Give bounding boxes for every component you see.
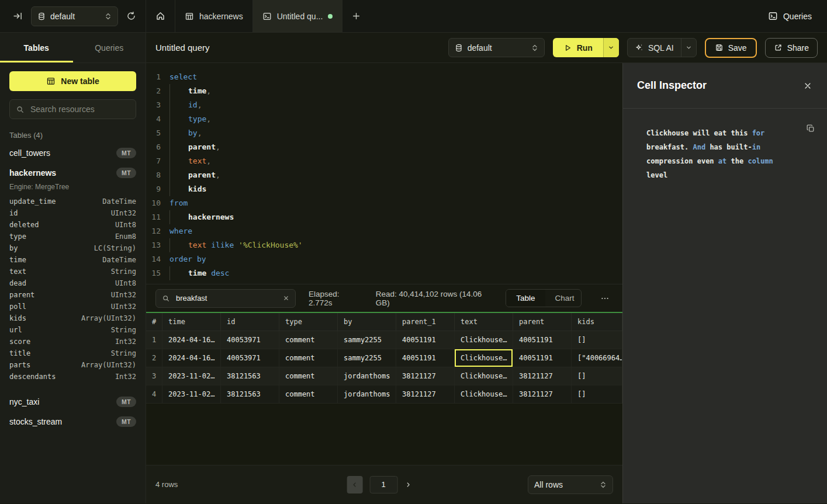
column-header[interactable]: parent xyxy=(513,313,572,331)
table-cell[interactable]: 2023-11-02… xyxy=(162,385,221,404)
queries-button[interactable]: Queries xyxy=(768,11,812,21)
column-header[interactable]: # xyxy=(146,313,162,331)
column-header[interactable]: text xyxy=(455,313,513,331)
view-tab-chart[interactable]: Chart xyxy=(545,290,582,307)
table-cell[interactable]: 38121127 xyxy=(513,367,572,385)
pagination xyxy=(347,476,411,493)
content-split: 1select2time,3id,4type,5by,6parent,7text… xyxy=(146,63,827,503)
table-cell[interactable]: [] xyxy=(572,331,622,349)
table-cell[interactable]: [] xyxy=(572,367,622,385)
results-search-input[interactable] xyxy=(175,293,278,303)
code-line: 9kids xyxy=(146,182,622,196)
table-cell[interactable]: 38121127 xyxy=(396,385,455,404)
page-size-selector[interactable]: All rows xyxy=(528,475,613,494)
table-cell[interactable]: Clickhouse… xyxy=(455,367,513,385)
sidebar-tab-queries[interactable]: Queries xyxy=(73,33,146,62)
table-cell[interactable]: comment xyxy=(279,349,338,367)
view-tab-table[interactable]: Table xyxy=(506,290,545,307)
table-cell[interactable]: 2024-04-16… xyxy=(162,349,221,367)
table-cell[interactable]: Clickhouse… xyxy=(455,331,513,349)
row-index[interactable]: 4 xyxy=(146,385,162,404)
table-cell[interactable]: 2024-04-16… xyxy=(162,331,221,349)
table-cell[interactable]: sammy2255 xyxy=(338,349,396,367)
line-number: 13 xyxy=(146,238,161,252)
column-type: UInt8 xyxy=(115,219,136,231)
table-cell[interactable]: 38121563 xyxy=(221,367,279,385)
sidebar-table-hackernews[interactable]: hackernews MT xyxy=(0,163,146,183)
table-cell[interactable]: 40051191 xyxy=(513,349,572,367)
table-cell[interactable]: 40053971 xyxy=(221,331,279,349)
column-header[interactable]: parent_1 xyxy=(396,313,455,331)
save-button-label: Save xyxy=(728,43,747,53)
table-cell[interactable]: 40053971 xyxy=(221,349,279,367)
sql-ai-button[interactable]: SQL AI xyxy=(628,43,681,53)
run-options-button[interactable] xyxy=(603,38,619,57)
more-options-button[interactable] xyxy=(597,294,613,303)
chevron-updown-icon xyxy=(600,481,607,489)
table-cell[interactable]: sammy2255 xyxy=(338,331,396,349)
save-button[interactable]: Save xyxy=(705,38,757,58)
database-icon xyxy=(37,12,46,20)
table-cell[interactable]: Clickhouse… xyxy=(455,385,513,404)
column-name: text xyxy=(9,266,26,277)
query-database-selector[interactable]: default xyxy=(448,38,545,57)
table-cell[interactable]: [] xyxy=(572,385,622,404)
clear-search-button[interactable] xyxy=(283,295,289,301)
sidebar-tab-tables[interactable]: Tables xyxy=(0,33,73,62)
column-header[interactable]: time xyxy=(162,313,221,331)
row-index[interactable]: 1 xyxy=(146,331,162,349)
table-cell[interactable]: 2023-11-02… xyxy=(162,367,221,385)
column-header[interactable]: by xyxy=(338,313,396,331)
tab-home[interactable] xyxy=(146,0,175,32)
page-number-input[interactable] xyxy=(369,476,397,493)
query-title: Untitled query xyxy=(155,43,210,53)
previous-page-button[interactable] xyxy=(347,476,362,493)
refresh-button[interactable] xyxy=(126,11,136,21)
next-page-button[interactable] xyxy=(404,481,411,488)
line-number: 15 xyxy=(146,266,161,280)
table-cell[interactable]: comment xyxy=(279,331,338,349)
tab-hackernews[interactable]: hackernews xyxy=(175,0,253,32)
table-cell[interactable]: comment xyxy=(279,367,338,385)
run-button[interactable]: Run xyxy=(553,38,603,57)
column-header[interactable]: kids xyxy=(572,313,622,331)
table-cell[interactable]: 40051191 xyxy=(396,331,455,349)
sidebar-table-cell-towers[interactable]: cell_towers MT xyxy=(0,143,146,163)
column-row: deadUInt8 xyxy=(9,277,136,289)
table-cell[interactable]: 38121563 xyxy=(221,385,279,404)
close-inspector-button[interactable] xyxy=(804,82,812,90)
row-index[interactable]: 2 xyxy=(146,349,162,367)
sql-editor[interactable]: 1select2time,3id,4type,5by,6parent,7text… xyxy=(146,63,622,284)
sidebar-table-stocks-stream[interactable]: stocks_stream MT xyxy=(0,412,146,432)
sidebar-collapse-button[interactable] xyxy=(13,11,23,21)
new-tab-button[interactable] xyxy=(342,0,369,32)
share-button[interactable]: Share xyxy=(765,38,818,58)
column-type: String xyxy=(111,266,136,277)
sidebar-table-nyc-taxi[interactable]: nyc_taxi MT xyxy=(0,392,146,412)
sql-ai-options-button[interactable] xyxy=(681,39,696,57)
row-index[interactable]: 3 xyxy=(146,367,162,385)
close-icon xyxy=(804,82,812,90)
tab-untitled-query[interactable]: Untitled qu... xyxy=(253,0,343,32)
table-cell[interactable]: 38121127 xyxy=(396,367,455,385)
sidebar-tab-label: Tables xyxy=(24,43,49,53)
column-header[interactable]: type xyxy=(279,313,338,331)
topbar-database-selector[interactable]: default xyxy=(31,6,118,26)
copy-cell-button[interactable] xyxy=(806,124,815,133)
table-cell[interactable]: ["40066964… xyxy=(572,349,622,367)
table-cell[interactable]: comment xyxy=(279,385,338,404)
cell-text-token: Clickhouse will eat this xyxy=(646,129,752,137)
ellipsis-icon xyxy=(600,294,610,303)
indent-guide xyxy=(169,126,188,140)
table-cell[interactable]: Clickhouse… xyxy=(455,349,513,367)
table-cell[interactable]: jordanthoms xyxy=(338,367,396,385)
table-cell[interactable]: 40051191 xyxy=(396,349,455,367)
line-number: 3 xyxy=(146,98,161,112)
sidebar-search-input[interactable] xyxy=(29,104,130,114)
table-cell[interactable]: 40051191 xyxy=(513,331,572,349)
column-header[interactable]: id xyxy=(221,313,279,331)
table-cell[interactable]: 38121127 xyxy=(513,385,572,404)
table-cell[interactable]: jordanthoms xyxy=(338,385,396,404)
cell-text-token: at xyxy=(718,157,726,165)
new-table-button[interactable]: New table xyxy=(9,71,136,91)
